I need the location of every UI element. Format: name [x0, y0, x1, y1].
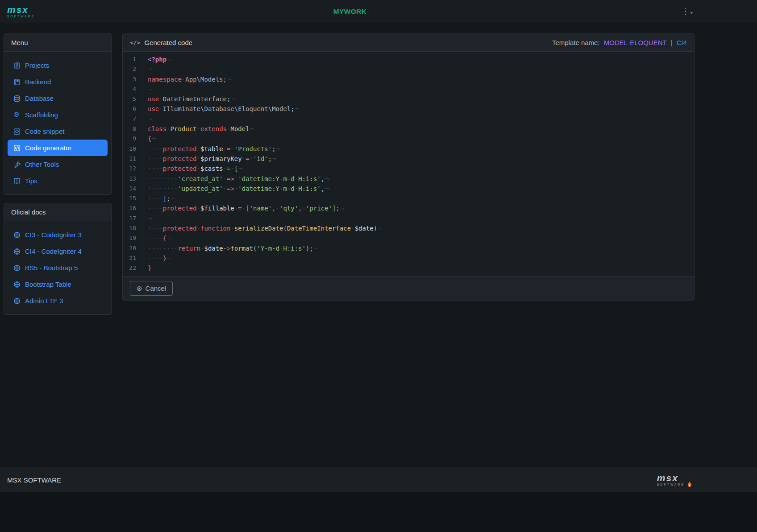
eol-marker: ¬ — [340, 205, 344, 212]
kebab-menu[interactable]: ⋮ ▾ — [682, 8, 693, 15]
sidebar-item-projects[interactable]: Projects — [8, 57, 108, 74]
globe-icon — [13, 264, 21, 272]
generated-code-header: </> Generated code Template name: MODEL-… — [123, 34, 694, 52]
generated-code-title: Generated code — [144, 39, 192, 46]
eol-marker: ¬ — [171, 195, 175, 202]
docs-item-label: CI3 - CodeIgniter 3 — [25, 230, 82, 239]
eol-marker: ¬ — [313, 245, 317, 252]
sidebar-item-scaffolding[interactable]: ⚙Scaffolding — [8, 107, 108, 123]
line-number: 2 — [123, 64, 136, 74]
footer-brand-subtext: SOFTWARE — [657, 483, 685, 487]
line-number: 9 — [123, 134, 136, 144]
code-line: ¬ — [148, 114, 694, 124]
backend-icon — [13, 78, 21, 86]
docs-panel-title: Oficial docs — [4, 203, 111, 221]
eol-marker: ¬ — [276, 145, 280, 153]
sidebar-item-backend[interactable]: Backend — [8, 74, 108, 90]
line-number: 19 — [123, 233, 136, 243]
code-line: class·Product·extends·Model¬ — [148, 124, 694, 134]
code-line: ····{¬ — [148, 233, 694, 243]
sidebar-item-label: Code snippet — [25, 127, 64, 136]
docs-item-bs5-bootstrap-5[interactable]: BS5 - Bootstrap 5 — [8, 260, 108, 276]
sidebar-item-label: Scaffolding — [25, 110, 58, 120]
line-number: 6 — [123, 104, 136, 114]
sidebar-item-tips[interactable]: Tips — [8, 173, 108, 189]
code-snippet-icon — [13, 128, 21, 135]
sidebar-item-code-snippet[interactable]: Code snippet — [8, 123, 108, 140]
line-number: 5 — [123, 94, 136, 104]
line-number: 7 — [123, 114, 136, 124]
database-icon — [13, 95, 21, 102]
line-number: 15 — [123, 194, 136, 203]
page-title: MYWORK — [0, 8, 700, 16]
menu-panel: Menu ProjectsBackendDatabase⚙Scaffolding… — [4, 33, 112, 195]
code-line: namespace·App\Models;¬ — [148, 74, 694, 84]
docs-item-ci4-codeigniter-4[interactable]: CI4 - CodeIgniter 4 — [8, 243, 108, 260]
code-line: use·DateTimeInterface;¬ — [148, 94, 694, 104]
sidebar-item-label: Code generator — [25, 143, 71, 153]
sidebar-item-label: Database — [25, 94, 54, 103]
eol-marker: ¬ — [148, 86, 152, 93]
docs-item-bootstrap-table[interactable]: Bootstrap Table — [8, 276, 108, 293]
code-line: } — [148, 263, 694, 273]
docs-list: CI3 - CodeIgniter 3CI4 - CodeIgniter 4BS… — [4, 221, 111, 314]
docs-item-label: CI4 - CodeIgniter 4 — [25, 247, 82, 256]
sidebar-item-other-tools[interactable]: Other Tools — [8, 156, 108, 173]
generated-code-panel: </> Generated code Template name: MODEL-… — [122, 33, 695, 301]
template-info: Template name: MODEL-ELOQUENT | CI4 — [552, 39, 687, 46]
code-line: ¬ — [148, 84, 694, 94]
line-number: 13 — [123, 174, 136, 184]
code-editor[interactable]: 12345678910111213141516171819202122 <?ph… — [123, 52, 694, 276]
brand-logo[interactable]: msx SOFTWARE — [7, 5, 35, 18]
scaffolding-icon: ⚙ — [13, 111, 21, 119]
main-layout: Menu ProjectsBackendDatabase⚙Scaffolding… — [0, 23, 700, 315]
sidebar-item-database[interactable]: Database — [8, 90, 108, 107]
eol-marker: ¬ — [324, 185, 329, 192]
line-number: 4 — [123, 84, 136, 94]
code-line: ¬ — [148, 64, 694, 74]
globe-icon — [13, 231, 21, 239]
line-number: 21 — [123, 253, 136, 263]
eol-marker: ¬ — [151, 135, 155, 142]
line-number: 16 — [123, 203, 136, 213]
docs-item-ci3-codeigniter-3[interactable]: CI3 - CodeIgniter 3 — [8, 227, 108, 243]
eol-marker: ¬ — [148, 66, 152, 73]
flame-icon — [686, 481, 693, 489]
sidebar: Menu ProjectsBackendDatabase⚙Scaffolding… — [4, 33, 112, 315]
eol-marker: ¬ — [250, 125, 254, 132]
projects-icon — [13, 62, 21, 69]
code-line: <?php¬ — [148, 54, 694, 64]
below-footer-area — [0, 492, 757, 532]
eol-marker: ¬ — [227, 76, 231, 83]
eol-marker: ¬ — [324, 175, 329, 182]
footer-brand-logo: msx SOFTWARE — [657, 473, 693, 487]
line-number: 1 — [123, 54, 136, 64]
code-line: {¬ — [148, 134, 694, 144]
code-line: ········'created_at'·=>·'datetime:Y-m-d·… — [148, 174, 694, 184]
code-line: ····protected·$casts·=·[¬ — [148, 164, 694, 173]
line-number: 10 — [123, 144, 136, 154]
sidebar-item-code-generator[interactable]: Code generator — [8, 140, 108, 156]
cancel-button[interactable]: ⊗ Cancel — [130, 281, 173, 296]
code-line: ········'updated_at'·=>·'datetime:Y-m-d·… — [148, 184, 694, 194]
code-icon: </> — [130, 39, 140, 46]
generated-code-footer: ⊗ Cancel — [123, 276, 694, 300]
code-generator-icon — [13, 144, 21, 152]
docs-panel: Oficial docs CI3 - CodeIgniter 3CI4 - Co… — [4, 203, 112, 315]
eol-marker: ¬ — [148, 215, 152, 222]
code-content: <?php¬¬namespace·App\Models;¬¬use·DateTi… — [142, 54, 694, 273]
code-line: ····protected·$primaryKey·=·'id';¬ — [148, 154, 694, 164]
line-number: 3 — [123, 74, 136, 84]
globe-icon — [13, 297, 21, 305]
globe-icon — [13, 281, 21, 288]
docs-item-admin-lte-3[interactable]: Admin LTE 3 — [8, 293, 108, 309]
globe-icon — [13, 248, 21, 255]
footer-brand-text: msx — [657, 473, 685, 483]
eol-marker: ¬ — [295, 105, 299, 112]
tools-icon — [13, 161, 21, 168]
line-number-gutter: 12345678910111213141516171819202122 — [123, 54, 142, 273]
eol-marker: ¬ — [166, 56, 171, 63]
line-number: 12 — [123, 164, 136, 173]
code-line: ¬ — [148, 214, 694, 223]
line-number: 14 — [123, 184, 136, 194]
